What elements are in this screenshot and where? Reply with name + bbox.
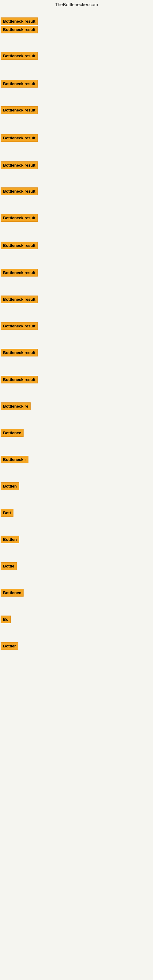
bottleneck-badge-17[interactable]: Bottlenec	[1, 429, 24, 437]
bottleneck-badge-11[interactable]: Bottleneck result	[1, 269, 38, 277]
bottleneck-item-20: Bott	[1, 509, 13, 517]
bottleneck-item-25: Bottler	[1, 642, 18, 650]
bottleneck-badge-18[interactable]: Bottleneck r	[1, 456, 29, 463]
bottleneck-badge-21[interactable]: Bottlen	[1, 536, 19, 543]
bottleneck-badge-24[interactable]: Bo	[1, 616, 11, 623]
bottleneck-badge-2[interactable]: Bottleneck result	[1, 26, 38, 33]
bottleneck-badge-6[interactable]: Bottleneck result	[1, 134, 38, 142]
bottleneck-badge-12[interactable]: Bottleneck result	[1, 296, 38, 303]
bottleneck-item-23: Bottlenec	[1, 589, 24, 597]
bottleneck-badge-15[interactable]: Bottleneck result	[1, 376, 38, 383]
bottleneck-badge-10[interactable]: Bottleneck result	[1, 242, 38, 249]
bottleneck-item-18: Bottleneck r	[1, 456, 29, 463]
bottleneck-item-10: Bottleneck result	[1, 242, 38, 249]
bottleneck-item-12: Bottleneck result	[1, 296, 38, 303]
bottleneck-item-9: Bottleneck result	[1, 214, 38, 222]
bottleneck-badge-22[interactable]: Bottle	[1, 562, 17, 570]
bottleneck-item-2: Bottleneck result	[1, 26, 38, 33]
bottleneck-item-24: Bo	[1, 616, 11, 623]
bottleneck-badge-19[interactable]: Bottlen	[1, 482, 19, 490]
bottleneck-badge-20[interactable]: Bott	[1, 509, 13, 517]
bottleneck-item-3: Bottleneck result	[1, 52, 38, 60]
bottleneck-item-5: Bottleneck result	[1, 106, 38, 114]
bottleneck-item-13: Bottleneck result	[1, 322, 38, 330]
bottleneck-item-16: Bottleneck re	[1, 402, 30, 410]
bottleneck-badge-8[interactable]: Bottleneck result	[1, 188, 38, 195]
bottleneck-item-14: Bottleneck result	[1, 349, 38, 356]
bottleneck-badge-16[interactable]: Bottleneck re	[1, 402, 30, 410]
bottleneck-item-6: Bottleneck result	[1, 134, 38, 142]
bottleneck-item-15: Bottleneck result	[1, 376, 38, 383]
bottleneck-badge-25[interactable]: Bottler	[1, 642, 18, 650]
bottleneck-item-11: Bottleneck result	[1, 269, 38, 277]
items-container: Bottleneck resultBottleneck resultBottle…	[0, 8, 153, 927]
bottleneck-badge-14[interactable]: Bottleneck result	[1, 349, 38, 356]
bottleneck-badge-13[interactable]: Bottleneck result	[1, 322, 38, 330]
bottleneck-item-21: Bottlen	[1, 536, 19, 543]
bottleneck-item-22: Bottle	[1, 562, 17, 570]
bottleneck-item-4: Bottleneck result	[1, 80, 38, 88]
page-wrapper: TheBottlenecker.com Bottleneck resultBot…	[0, 0, 153, 980]
bottleneck-badge-4[interactable]: Bottleneck result	[1, 80, 38, 88]
bottleneck-badge-7[interactable]: Bottleneck result	[1, 161, 38, 169]
bottleneck-badge-9[interactable]: Bottleneck result	[1, 214, 38, 222]
bottleneck-item-17: Bottlenec	[1, 429, 24, 437]
bottleneck-badge-5[interactable]: Bottleneck result	[1, 106, 38, 114]
site-title: TheBottlenecker.com	[0, 0, 153, 8]
bottleneck-item-19: Bottlen	[1, 482, 19, 490]
bottleneck-badge-23[interactable]: Bottlenec	[1, 589, 24, 597]
bottleneck-badge-1[interactable]: Bottleneck result	[1, 18, 38, 25]
bottleneck-item-1: Bottleneck result	[1, 18, 38, 25]
bottleneck-item-8: Bottleneck result	[1, 188, 38, 195]
bottleneck-item-7: Bottleneck result	[1, 161, 38, 169]
bottleneck-badge-3[interactable]: Bottleneck result	[1, 52, 38, 60]
